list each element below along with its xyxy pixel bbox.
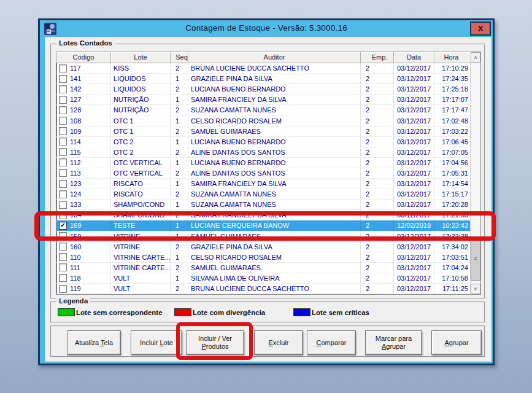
cell-lote: VULT bbox=[111, 273, 171, 283]
row-checkbox[interactable] bbox=[59, 243, 67, 251]
table-row[interactable]: 108OTC 11CELSO RICARDO ROSALEM203/12/201… bbox=[56, 115, 471, 126]
cell-lote: RISCATO bbox=[111, 189, 171, 199]
row-checkbox[interactable] bbox=[59, 127, 67, 135]
row-checkbox[interactable] bbox=[59, 253, 67, 261]
cell-codigo-text: 110 bbox=[70, 254, 81, 261]
row-checkbox[interactable] bbox=[59, 148, 67, 156]
cell-emp: 2 bbox=[361, 137, 394, 147]
table-row[interactable]: 110VITRINE CARTE...1CELSO RICARDO ROSALE… bbox=[56, 252, 471, 263]
cell-data: 03/12/2017 bbox=[394, 84, 434, 94]
table-row[interactable]: 113OTC VERTICAL2ALINE DANTAS DOS SANTOS2… bbox=[56, 168, 471, 179]
column-header-auditor[interactable]: Auditor bbox=[188, 52, 361, 63]
cell-emp: 2 bbox=[361, 147, 394, 157]
cell-codigo-text: 109 bbox=[70, 128, 81, 135]
table-row[interactable]: 118VULT1SILVANA LIMA DE OLIVEIRA203/12/2… bbox=[56, 273, 471, 284]
row-checkbox[interactable] bbox=[59, 158, 67, 166]
table-row[interactable]: 117KISS2BRUNA LUCIENE DUCCA SACHETTO203/… bbox=[56, 63, 471, 74]
table-row[interactable]: 114OTC 21LUCIANA BUENO BERNARDO203/12/20… bbox=[56, 137, 471, 147]
table-row[interactable]: 123RISCATO1SAMIRA FRANCIELY DA SILVA203/… bbox=[56, 179, 471, 189]
row-checkbox[interactable] bbox=[59, 85, 67, 93]
row-checkbox[interactable]: ✔ bbox=[59, 222, 67, 230]
cell-codigo-text: 127 bbox=[70, 96, 81, 103]
row-checkbox[interactable] bbox=[59, 263, 67, 271]
cell-lote: OTC VERTICAL bbox=[111, 168, 171, 178]
excluir-button[interactable]: Excluir bbox=[254, 330, 303, 355]
row-checkbox[interactable] bbox=[59, 106, 67, 114]
cell-data: 12/02/2018 bbox=[394, 220, 434, 230]
cell-emp: 2 bbox=[361, 232, 394, 241]
lotes-contados-group: Lotes Contados Codigo Lote Seq Auditor E… bbox=[50, 44, 485, 299]
cell-codigo-text: 133 bbox=[70, 201, 81, 208]
row-checkbox[interactable] bbox=[59, 138, 67, 146]
row-checkbox[interactable] bbox=[59, 232, 67, 240]
legend-swatch bbox=[58, 308, 75, 316]
incluir-lote-button[interactable]: Incluir Lote bbox=[131, 330, 182, 355]
cell-data: 03/12/2017 bbox=[394, 232, 434, 241]
incluir-ver-produtos-button[interactable]: Incluir / Ver Produtos bbox=[186, 330, 244, 355]
table-row[interactable]: 111VITRINE CARTE...2SAMUEL GUIMARAES203/… bbox=[56, 263, 471, 273]
cell-codigo: ✔169 bbox=[56, 220, 111, 230]
table-row[interactable]: 142LIQUIDOS2LUCIANA BUENO BERNARDO203/12… bbox=[56, 84, 471, 95]
cell-codigo-text: 160 bbox=[70, 243, 81, 251]
cell-codigo-text: 169 bbox=[70, 222, 81, 229]
row-checkbox[interactable] bbox=[59, 201, 67, 209]
table-row[interactable]: 159VITRINE1SAMUEL GUIMARAES203/12/201717… bbox=[56, 232, 471, 242]
table-row[interactable]: 160VITRINE2GRAZIELE PINA DA SILVA203/12/… bbox=[56, 242, 471, 252]
cell-data: 03/12/2017 bbox=[394, 105, 434, 115]
cell-emp: 2 bbox=[361, 200, 394, 209]
row-checkbox[interactable] bbox=[59, 190, 67, 198]
cell-lote: SHAMPO/COND bbox=[111, 210, 171, 220]
table-row[interactable]: 141LIQUIDOS1GRAZIELE PINA DA SILVA203/12… bbox=[56, 74, 471, 84]
row-checkbox[interactable] bbox=[59, 117, 67, 125]
row-checkbox[interactable] bbox=[59, 211, 67, 219]
column-header-emp[interactable]: Emp. bbox=[361, 52, 394, 63]
cell-codigo: 133 bbox=[56, 200, 111, 209]
row-checkbox[interactable] bbox=[59, 285, 67, 293]
row-checkbox[interactable] bbox=[59, 169, 67, 177]
cell-emp: 2 bbox=[361, 242, 394, 252]
legend-item: Lote sem correspondente bbox=[58, 308, 163, 316]
cell-auditor: SAMIRA FRANCIELY DA SILVA bbox=[188, 179, 361, 189]
table-row[interactable]: 124RISCATO2SUZANA CAMATTA NUNES203/12/20… bbox=[56, 189, 471, 200]
table-row[interactable]: 109OTC 12SAMUEL GUIMARAES203/12/201717:0… bbox=[56, 126, 471, 137]
atualiza-tela-button[interactable]: Atualiza Tela bbox=[67, 330, 121, 355]
cell-codigo-text: 114 bbox=[70, 138, 81, 146]
table-row[interactable]: ✔169TESTE1LUCIANE CERQUEIRA BANOW212/02/… bbox=[56, 220, 471, 231]
cell-seq: 1 bbox=[171, 95, 188, 104]
table-row[interactable]: 127NUTRIÇÃO1SAMIRA FRANCIELY DA SILVA203… bbox=[56, 95, 471, 105]
close-button[interactable]: X bbox=[470, 21, 491, 36]
table-row[interactable]: 119VULT2BRUNA LUCIENE DUCCA SACHETTO203/… bbox=[56, 284, 471, 294]
marcar-para-agrupar-button[interactable]: Marcar para Agrupar bbox=[365, 330, 422, 355]
cell-codigo: 128 bbox=[56, 105, 111, 115]
table-row[interactable]: 115OTC 22ALINE DANTAS DOS SANTOS203/12/2… bbox=[56, 147, 471, 158]
cell-codigo-text: 134 bbox=[70, 211, 81, 219]
comparar-button[interactable]: Comparar bbox=[307, 330, 356, 355]
scroll-up-icon[interactable]: ∧ bbox=[471, 52, 480, 63]
row-checkbox[interactable] bbox=[59, 64, 67, 72]
scroll-down-icon[interactable]: ∨ bbox=[471, 284, 480, 294]
scrollbar-thumb[interactable]: ≡ bbox=[471, 236, 480, 281]
cell-data: 03/12/2017 bbox=[394, 179, 434, 189]
row-checkbox[interactable] bbox=[59, 274, 67, 282]
cell-emp: 2 bbox=[361, 210, 394, 220]
column-header-seq[interactable]: Seq bbox=[171, 52, 188, 63]
column-header-lote[interactable]: Lote bbox=[111, 52, 171, 63]
cell-codigo: 142 bbox=[56, 84, 111, 94]
cell-lote: SHAMPO/COND bbox=[111, 200, 171, 209]
column-header-data[interactable]: Data bbox=[394, 52, 434, 63]
row-checkbox[interactable] bbox=[59, 75, 67, 83]
column-header-codigo[interactable]: Codigo bbox=[56, 52, 111, 63]
row-checkbox[interactable] bbox=[59, 180, 67, 188]
cell-hora: 17:06:45 bbox=[434, 137, 471, 147]
agrupar-button[interactable]: Agrupar bbox=[431, 330, 482, 355]
table-row[interactable]: 112OTC VERTICAL1LUCIANA BUENO BERNARDO20… bbox=[56, 158, 471, 168]
table-row[interactable]: 134SHAMPO/COND2SAMIRA FRANCIELY DA SILVA… bbox=[56, 210, 471, 220]
vertical-scrollbar[interactable]: ∧ ≡ ∨ bbox=[470, 52, 480, 294]
table-row[interactable]: 128NUTRIÇÃO2SUZANA CAMATTA NUNES203/12/2… bbox=[56, 105, 471, 115]
table-row[interactable]: 133SHAMPO/COND1SUZANA CAMATTA NUNES203/1… bbox=[56, 200, 471, 210]
cell-seq: 1 bbox=[171, 115, 188, 125]
cell-lote: NUTRIÇÃO bbox=[111, 95, 171, 104]
cell-data: 03/12/2017 bbox=[394, 252, 434, 262]
row-checkbox[interactable] bbox=[59, 96, 67, 104]
column-header-hora[interactable]: Hora bbox=[434, 52, 471, 63]
